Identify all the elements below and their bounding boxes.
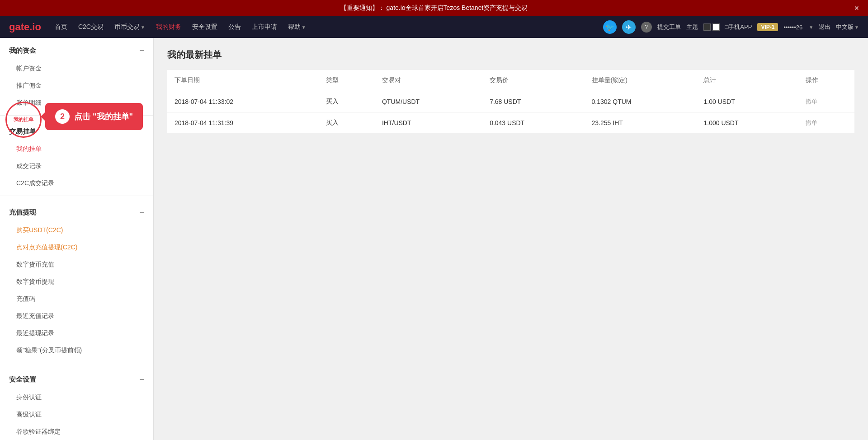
main-layout: 我的资金 − 帐户资金 推广佣金 账单明细 交易挂单 我的挂单 成交记录 C2C… [0,38,868,440]
logout-btn[interactable]: 退出 [819,23,830,31]
cell-type: 买入 [319,91,375,112]
submit-ticket[interactable]: 提交工单 [657,23,681,31]
cell-date: 2018-07-04 11:31:39 [167,112,319,134]
vip-badge: VIP-1 [757,23,778,31]
col-action: 操作 [798,70,854,91]
col-date: 下单日期 [167,70,319,91]
table-header-row: 下单日期 类型 交易对 交易价 挂单量(锁定) 总计 操作 [167,70,854,91]
nav-c2c[interactable]: C2C交易 [78,23,104,31]
divider-1 [0,115,153,116]
sidebar-item-crypto-withdraw[interactable]: 数字货币提现 [0,273,153,290]
telegram-icon[interactable]: ✈ [622,20,636,34]
recharge-label: 充值提现 [9,208,36,217]
cell-action[interactable]: 撤单 [798,91,854,112]
sidebar-item-p2p-recharge[interactable]: 点对点充值提现(C2C) [0,239,153,256]
sidebar-item-buy-usdt[interactable]: 购买USDT(C2C) [0,222,153,239]
points-dropdown[interactable]: ▼ [809,25,813,30]
recharge-section: 充值提现 − [0,200,153,222]
cell-amount: 23.255 IHT [585,112,697,134]
logo-text: gate [9,21,29,33]
sidebar-item-claim-airdrop[interactable]: 领"糖果"(分叉币提前领) [0,342,153,359]
sidebar-item-trade-history[interactable]: 成交记录 [0,158,153,175]
nav-links: 首页 C2C交易 币币交易▼ 我的财务 安全设置 公告 上市申请 帮助▼ [55,23,603,31]
mobile-app[interactable]: □手机APP [725,23,752,31]
page-title: 我的最新挂单 [167,49,854,61]
cell-pair: QTUM/USDT [375,91,482,112]
cell-action[interactable]: 撤单 [798,112,854,134]
my-funds-section: 我的资金 − [0,38,153,60]
cell-total: 1.00 USDT [696,91,798,112]
sidebar-item-referral[interactable]: 推广佣金 [0,77,153,94]
cancel-order-link[interactable]: 撤单 [806,119,817,126]
trading-orders-section: 交易挂单 [0,119,153,140]
security-section: 安全设置 − [0,367,153,389]
sidebar-item-account-funds[interactable]: 帐户资金 [0,60,153,77]
table-row: 2018-07-04 11:33:02 买入 QTUM/USDT 7.68 US… [167,91,854,112]
cell-date: 2018-07-04 11:33:02 [167,91,319,112]
notification-bar: 【重要通知】： gate.io全球首家开启Tezos Betanet资产充提与交… [0,0,868,16]
nav-my-finance[interactable]: 我的财务 [156,23,181,31]
my-funds-label: 我的资金 [9,47,36,55]
sidebar-item-recharge-code[interactable]: 充值码 [0,290,153,308]
col-amount: 挂单量(锁定) [585,70,697,91]
nav-right: 🐦 ✈ ? 提交工单 主题 □手机APP VIP-1 ••••••26 ▼ 退出… [603,20,859,34]
top-navigation: gate.io 首页 C2C交易 币币交易▼ 我的财务 安全设置 公告 上市申请… [0,16,868,38]
nav-announcements[interactable]: 公告 [228,23,241,31]
sidebar-item-recent-withdrawals[interactable]: 最近提现记录 [0,325,153,342]
my-funds-collapse[interactable]: − [139,46,144,56]
notification-close[interactable]: × [854,4,859,13]
col-price: 交易价 [482,70,584,91]
sidebar: 我的资金 − 帐户资金 推广佣金 账单明细 交易挂单 我的挂单 成交记录 C2C… [0,38,154,440]
sidebar-item-google-auth[interactable]: 谷歌验证器绑定 [0,423,153,440]
table-row: 2018-07-04 11:31:39 买入 IHT/USDT 0.043 US… [167,112,854,134]
col-type: 类型 [319,70,375,91]
nav-listing[interactable]: 上市申请 [252,23,277,31]
sidebar-item-id-verify[interactable]: 身份认证 [0,389,153,406]
theme-label: 主题 [686,23,698,31]
points-label[interactable]: ••••••26 [783,24,802,31]
theme-dark-box [703,23,711,31]
theme-light-box [712,23,720,31]
nav-spot-trading[interactable]: 币币交易▼ [114,23,145,31]
nav-help[interactable]: 帮助▼ [288,23,306,31]
sidebar-item-advanced-verify[interactable]: 高级认证 [0,406,153,423]
content-area: 我的最新挂单 下单日期 类型 交易对 交易价 挂单量(锁定) 总计 操作 201… [154,38,868,440]
sidebar-item-my-orders[interactable]: 我的挂单 [0,140,153,158]
cancel-order-link[interactable]: 撤单 [806,98,817,105]
lang-btn[interactable]: 中文版▼ [836,23,859,31]
divider-3 [0,363,153,363]
logo[interactable]: gate.io [9,21,41,33]
cell-amount: 0.1302 QTUM [585,91,697,112]
sidebar-item-c2c-history[interactable]: C2C成交记录 [0,175,153,192]
security-label: 安全设置 [9,375,36,384]
notification-text: 【重要通知】： gate.io全球首家开启Tezos Betanet资产充提与交… [340,4,528,12]
col-pair: 交易对 [375,70,482,91]
cell-pair: IHT/USDT [375,112,482,134]
cell-total: 1.000 USDT [696,112,798,134]
nav-security[interactable]: 安全设置 [192,23,217,31]
security-collapse[interactable]: − [139,375,144,384]
sidebar-item-bills[interactable]: 账单明细 [0,94,153,112]
cell-type: 买入 [319,112,375,134]
theme-toggle[interactable] [703,23,720,31]
recharge-collapse[interactable]: − [139,208,144,217]
help-dropdown-arrow: ▼ [302,25,306,30]
sidebar-item-crypto-deposit[interactable]: 数字货币充值 [0,256,153,273]
spot-dropdown-arrow: ▼ [141,25,145,30]
cell-price: 0.043 USDT [482,112,584,134]
trading-orders-label: 交易挂单 [9,127,36,136]
help-icon[interactable]: ? [641,22,652,33]
twitter-icon[interactable]: 🐦 [603,20,617,34]
col-total: 总计 [696,70,798,91]
cell-price: 7.68 USDT [482,91,584,112]
nav-home[interactable]: 首页 [55,23,67,31]
divider-2 [0,196,153,196]
sidebar-item-recent-deposits[interactable]: 最近充值记录 [0,308,153,325]
orders-table: 下单日期 类型 交易对 交易价 挂单量(锁定) 总计 操作 2018-07-04… [167,70,854,134]
